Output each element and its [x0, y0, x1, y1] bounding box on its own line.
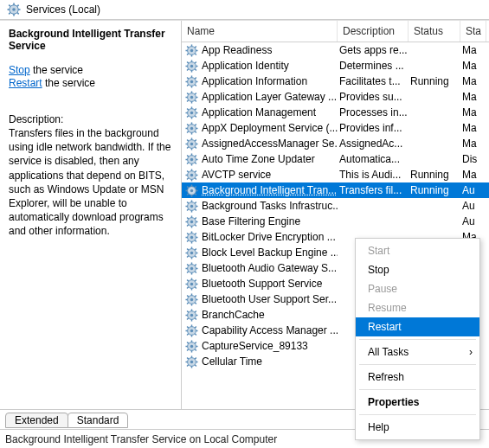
- col-name[interactable]: Name: [182, 21, 338, 42]
- service-name: Auto Time Zone Updater: [202, 153, 315, 165]
- service-gear-icon: [185, 278, 198, 291]
- service-row[interactable]: Application IdentityDetermines ...Ma: [182, 58, 489, 74]
- description-header: Description:: [9, 113, 172, 125]
- service-startup: Au: [460, 215, 486, 227]
- col-status[interactable]: Status: [409, 21, 460, 42]
- service-row[interactable]: AVCTP serviceThis is Audi...RunningMa: [182, 167, 489, 182]
- ctx-sep-1: [359, 339, 476, 340]
- service-desc: AssignedAc...: [338, 138, 409, 150]
- tab-extended[interactable]: Extended: [5, 413, 68, 428]
- restart-action-line: Restart the service: [9, 77, 172, 89]
- service-name: AppX Deployment Service (...: [202, 122, 338, 134]
- service-startup: Ma: [460, 122, 486, 134]
- stop-link[interactable]: Stop: [9, 64, 30, 76]
- service-name: AVCTP service: [202, 169, 271, 181]
- ctx-sep-3: [359, 389, 476, 390]
- service-gear-icon: [185, 340, 198, 353]
- service-name: Application Information: [202, 75, 307, 87]
- restart-link[interactable]: Restart: [9, 77, 42, 89]
- service-name: Cellular Time: [202, 355, 262, 368]
- services-icon: [7, 3, 21, 16]
- service-row[interactable]: Auto Time Zone UpdaterAutomatica...Dis: [182, 151, 489, 167]
- ctx-properties[interactable]: Properties: [356, 393, 479, 412]
- ctx-sep-2: [359, 364, 476, 365]
- service-name: Application Management: [202, 106, 316, 118]
- ctx-resume: Resume: [356, 298, 479, 317]
- service-startup: Ma: [460, 106, 486, 118]
- service-name: Block Level Backup Engine ...: [202, 246, 338, 259]
- ctx-restart[interactable]: Restart: [356, 317, 479, 336]
- service-status: Running: [409, 184, 460, 196]
- ctx-pause: Pause: [356, 279, 479, 298]
- service-desc: Facilitates t...: [338, 75, 409, 87]
- selected-service-name: Background Intelligent Transfer Service: [9, 28, 172, 52]
- service-name: Application Layer Gateway ...: [202, 91, 337, 103]
- tab-standard[interactable]: Standard: [68, 413, 129, 428]
- service-name: Background Intelligent Tran...: [202, 184, 337, 196]
- service-desc: Determines ...: [338, 60, 409, 72]
- service-row[interactable]: Background Intelligent Tran...Transfers …: [182, 182, 489, 198]
- pane-title: Services (Local): [26, 3, 100, 16]
- service-name: BitLocker Drive Encryption ...: [202, 231, 336, 243]
- service-gear-icon: [185, 169, 198, 182]
- service-startup: Ma: [460, 169, 486, 181]
- col-description[interactable]: Description: [338, 21, 409, 42]
- service-row[interactable]: Application Layer Gateway ...Provides su…: [182, 89, 489, 105]
- service-gear-icon: [185, 122, 198, 135]
- service-gear-icon: [185, 231, 198, 244]
- service-desc: Gets apps re...: [338, 44, 409, 56]
- service-row[interactable]: AssignedAccessManager Se...AssignedAc...…: [182, 136, 489, 151]
- service-name: Application Identity: [202, 60, 289, 72]
- service-status: Running: [409, 169, 460, 181]
- service-gear-icon: [185, 153, 198, 166]
- service-name: BranchCache: [202, 309, 265, 321]
- service-gear-icon: [185, 262, 198, 275]
- service-gear-icon: [185, 75, 198, 88]
- pane-header: Services (Local): [0, 0, 489, 20]
- service-name: Bluetooth Support Service: [202, 278, 322, 290]
- service-startup: Ma: [460, 75, 486, 87]
- service-desc: Provides su...: [338, 91, 409, 103]
- description-body: Transfers files in the background using …: [9, 126, 172, 239]
- service-gear-icon: [185, 293, 198, 306]
- service-gear-icon: [185, 44, 198, 57]
- col-startup[interactable]: Sta: [460, 21, 486, 42]
- service-desc: Processes in...: [338, 106, 409, 118]
- ctx-start: Start: [356, 241, 479, 260]
- ctx-refresh[interactable]: Refresh: [356, 368, 479, 387]
- service-desc: Transfers fil...: [338, 184, 409, 196]
- service-name: Bluetooth Audio Gateway S...: [202, 262, 337, 274]
- service-status: Running: [409, 75, 460, 87]
- service-gear-icon: [185, 215, 198, 228]
- service-gear-icon: [185, 324, 198, 337]
- column-headers[interactable]: Name Description Status Sta: [182, 21, 489, 42]
- service-row[interactable]: Application InformationFacilitates t...R…: [182, 74, 489, 89]
- ctx-all-tasks[interactable]: All Tasks›: [356, 342, 479, 362]
- service-name: Base Filtering Engine: [202, 215, 300, 227]
- service-gear-icon: [185, 200, 198, 213]
- ctx-sep-4: [359, 414, 476, 415]
- service-desc: Automatica...: [338, 153, 409, 165]
- service-row[interactable]: Background Tasks Infrastruc...Au: [182, 198, 489, 214]
- service-startup: Au: [460, 200, 486, 212]
- service-row[interactable]: App ReadinessGets apps re...Ma: [182, 42, 489, 58]
- service-startup: Ma: [460, 60, 486, 72]
- service-row[interactable]: Base Filtering EngineAu: [182, 214, 489, 229]
- submenu-arrow-icon: ›: [469, 346, 473, 358]
- service-startup: Ma: [460, 138, 486, 150]
- ctx-help[interactable]: Help: [356, 418, 479, 437]
- service-row[interactable]: Application ManagementProcesses in...Ma: [182, 105, 489, 120]
- service-startup: Ma: [460, 91, 486, 103]
- service-name: Background Tasks Infrastruc...: [202, 200, 338, 212]
- service-desc: Provides inf...: [338, 122, 409, 134]
- service-startup: Dis: [460, 153, 486, 165]
- service-row[interactable]: AppX Deployment Service (...Provides inf…: [182, 120, 489, 136]
- ctx-stop[interactable]: Stop: [356, 260, 479, 279]
- service-desc: This is Audi...: [338, 169, 409, 181]
- details-pane: Background Intelligent Transfer Service …: [0, 21, 182, 409]
- service-gear-icon: [185, 106, 198, 119]
- service-gear-icon: [185, 184, 198, 197]
- context-menu: Start Stop Pause Resume Restart All Task…: [355, 238, 480, 440]
- service-gear-icon: [185, 138, 198, 150]
- service-name: Bluetooth User Support Ser...: [202, 293, 337, 305]
